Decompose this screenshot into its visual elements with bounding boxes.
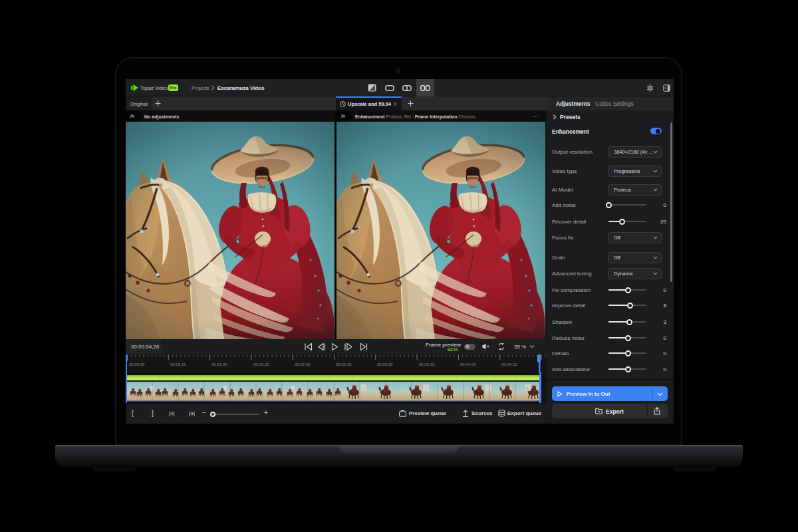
svg-text:00:04:15: 00:04:15 — [501, 362, 517, 366]
svg-text:00:01:00: 00:01:00 — [211, 362, 227, 366]
svg-text:00:01:15: 00:01:15 — [253, 362, 269, 366]
svg-text:00:02:15: 00:02:15 — [336, 362, 352, 366]
svg-text:00:00:00: 00:00:00 — [129, 362, 145, 366]
svg-text:00:04:00: 00:04:00 — [460, 362, 476, 366]
svg-text:00:00:15: 00:00:15 — [170, 362, 186, 366]
svg-text:00:02:00: 00:02:00 — [295, 362, 311, 366]
svg-text:00:03:15: 00:03:15 — [419, 362, 435, 366]
svg-text:00:03:00: 00:03:00 — [377, 362, 393, 366]
